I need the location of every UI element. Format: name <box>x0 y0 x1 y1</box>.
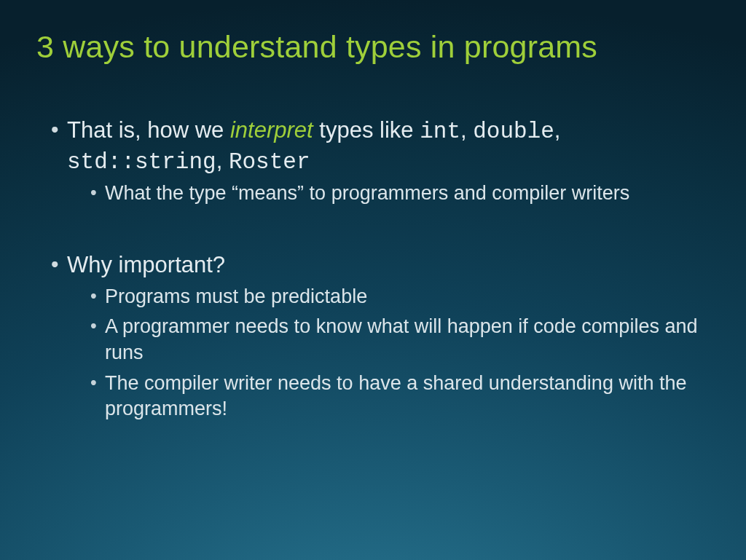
bullet-text: , <box>460 117 473 143</box>
sub-bullet-predictable: Programs must be predictable <box>90 284 710 310</box>
bullet-text: , <box>216 148 229 173</box>
slide: 3 ways to understand types in programs T… <box>0 0 746 560</box>
accent-interpret: interpret <box>230 117 313 143</box>
slide-title: 3 ways to understand types in programs <box>36 29 710 65</box>
bullet-text: types like <box>313 117 420 143</box>
sub-bullet-programmer-knows: A programmer needs to know what will hap… <box>90 314 710 366</box>
sub-bullet-shared-understanding: The compiler writer needs to have a shar… <box>90 371 710 422</box>
code-std-string: std::string <box>67 149 216 175</box>
bullet-interpret-types: That is, how we interpret types like int… <box>51 116 710 207</box>
bullet-why-important: Why important? Programs must be predicta… <box>51 251 710 422</box>
sub-bullet-list: What the type “means” to programmers and… <box>67 181 710 207</box>
code-int: int <box>420 119 460 144</box>
bullet-text: , <box>554 117 561 143</box>
code-double: double <box>473 119 554 144</box>
bullet-text: That is, how we <box>67 117 230 143</box>
sub-bullet-list: Programs must be predictable A programme… <box>67 284 710 422</box>
bullet-list: That is, how we interpret types like int… <box>36 116 710 422</box>
sub-bullet-meaning: What the type “means” to programmers and… <box>90 181 710 207</box>
code-roster: Roster <box>229 149 310 175</box>
bullet-text: Why important? <box>67 252 225 277</box>
